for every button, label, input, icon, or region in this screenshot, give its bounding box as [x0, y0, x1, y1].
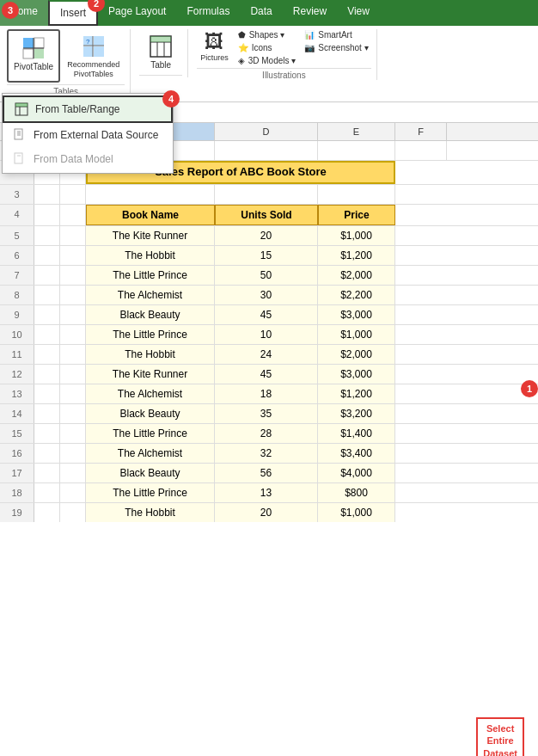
- pivot-table-button[interactable]: PivotTable: [7, 29, 60, 83]
- cell-b6[interactable]: [60, 246, 86, 265]
- cell-units-16[interactable]: 32: [215, 444, 318, 463]
- cell-price-17[interactable]: $4,000: [318, 464, 395, 482]
- cell-a3[interactable]: [34, 185, 60, 204]
- cell-price-13[interactable]: $1,200: [318, 384, 395, 403]
- from-data-model-item[interactable]: From Data Model: [3, 147, 173, 171]
- col-d-header[interactable]: D: [215, 123, 318, 140]
- table-button[interactable]: Table: [139, 29, 182, 73]
- cell-units-14[interactable]: 35: [215, 404, 318, 423]
- cell-d3[interactable]: [215, 185, 318, 204]
- 3dmodels-button[interactable]: ◈ 3D Models ▾: [235, 55, 299, 66]
- cell-b16[interactable]: [60, 444, 86, 463]
- cell-units-5[interactable]: 20: [215, 226, 318, 245]
- cell-bookname-15[interactable]: The Little Prince: [86, 424, 215, 443]
- cell-price-8[interactable]: $2,200: [318, 286, 395, 304]
- cell-units-15[interactable]: 28: [215, 424, 318, 443]
- cell-units-9[interactable]: 45: [215, 305, 318, 324]
- cell-bookname-12[interactable]: The Kite Runner: [86, 365, 215, 384]
- icons-button[interactable]: ⭐ Icons: [235, 42, 299, 53]
- cell-price-6[interactable]: $1,200: [318, 246, 395, 265]
- cell-bookname-19[interactable]: The Hobbit: [86, 503, 215, 522]
- cell-units-10[interactable]: 10: [215, 325, 318, 344]
- header-unitssold[interactable]: Units Sold: [215, 205, 318, 225]
- cell-b10[interactable]: [60, 325, 86, 344]
- cell-units-8[interactable]: 30: [215, 286, 318, 304]
- tab-view[interactable]: View: [337, 0, 380, 26]
- cell-bookname-7[interactable]: The Little Prince: [86, 266, 215, 285]
- cell-e3[interactable]: [318, 185, 395, 204]
- cell-a17[interactable]: [34, 464, 60, 482]
- cell-b17[interactable]: [60, 464, 86, 482]
- cell-price-12[interactable]: $3,000: [318, 365, 395, 384]
- cell-price-5[interactable]: $1,000: [318, 226, 395, 245]
- cell-price-11[interactable]: $2,000: [318, 345, 395, 364]
- cell-price-19[interactable]: $1,000: [318, 503, 395, 522]
- cell-price-15[interactable]: $1,400: [318, 424, 395, 443]
- pictures-button[interactable]: 🖼 Pictures: [197, 29, 232, 66]
- cell-a9[interactable]: [34, 305, 60, 324]
- cell-bookname-5[interactable]: The Kite Runner: [86, 226, 215, 245]
- cell-price-16[interactable]: $3,400: [318, 444, 395, 463]
- cell-a11[interactable]: [34, 345, 60, 364]
- cell-bookname-17[interactable]: Black Beauty: [86, 464, 215, 482]
- cell-units-7[interactable]: 50: [215, 266, 318, 285]
- cell-price-9[interactable]: $3,000: [318, 305, 395, 324]
- cell-units-12[interactable]: 45: [215, 365, 318, 384]
- from-external-item[interactable]: From External Data Source: [3, 123, 173, 147]
- cell-bookname-9[interactable]: Black Beauty: [86, 305, 215, 324]
- cell-b7[interactable]: [60, 266, 86, 285]
- cell-b12[interactable]: [60, 365, 86, 384]
- cell-a12[interactable]: [34, 365, 60, 384]
- cell-units-18[interactable]: 13: [215, 483, 318, 502]
- cell-b5[interactable]: [60, 226, 86, 245]
- cell-e1[interactable]: [318, 141, 395, 160]
- cell-bookname-8[interactable]: The Alchemist: [86, 286, 215, 304]
- cell-bookname-14[interactable]: Black Beauty: [86, 404, 215, 423]
- cell-a8[interactable]: [34, 286, 60, 304]
- cell-b9[interactable]: [60, 305, 86, 324]
- cell-b11[interactable]: [60, 345, 86, 364]
- header-price[interactable]: Price: [318, 205, 395, 225]
- cell-b8[interactable]: [60, 286, 86, 304]
- tab-formulas[interactable]: Formulas: [176, 0, 240, 26]
- cell-b14[interactable]: [60, 404, 86, 423]
- cell-price-7[interactable]: $2,000: [318, 266, 395, 285]
- cell-a13[interactable]: [34, 384, 60, 403]
- cell-a15[interactable]: [34, 424, 60, 443]
- tab-data[interactable]: Data: [240, 0, 282, 26]
- cell-a10[interactable]: [34, 325, 60, 344]
- cell-bookname-16[interactable]: The Alchemist: [86, 444, 215, 463]
- cell-f1[interactable]: [395, 141, 447, 160]
- cell-b18[interactable]: [60, 483, 86, 502]
- cell-b15[interactable]: [60, 424, 86, 443]
- screenshot-button[interactable]: 📷 Screenshot ▾: [302, 42, 370, 53]
- cell-c3[interactable]: [86, 185, 215, 204]
- tab-insert[interactable]: Insert 2: [48, 0, 98, 26]
- cell-b19[interactable]: [60, 503, 86, 522]
- cell-a6[interactable]: [34, 246, 60, 265]
- cell-bookname-13[interactable]: The Alchemist: [86, 384, 215, 403]
- cell-units-17[interactable]: 56: [215, 464, 318, 482]
- col-e-header[interactable]: E: [318, 123, 395, 140]
- shapes-button[interactable]: ⬟ Shapes ▾: [235, 29, 299, 40]
- cell-units-13[interactable]: 18: [215, 384, 318, 403]
- cell-a4[interactable]: [34, 205, 60, 225]
- cell-a5[interactable]: [34, 226, 60, 245]
- cell-a7[interactable]: [34, 266, 60, 285]
- tab-review[interactable]: Review: [283, 0, 337, 26]
- cell-bookname-11[interactable]: The Hobbit: [86, 345, 215, 364]
- cell-a16[interactable]: [34, 444, 60, 463]
- smartart-button[interactable]: 📊 SmartArt: [302, 29, 370, 40]
- cell-bookname-6[interactable]: The Hobbit: [86, 246, 215, 265]
- cell-price-10[interactable]: $1,000: [318, 325, 395, 344]
- cell-price-18[interactable]: $800: [318, 483, 395, 502]
- cell-price-14[interactable]: $3,200: [318, 404, 395, 423]
- cell-a19[interactable]: [34, 503, 60, 522]
- cell-b3[interactable]: [60, 185, 86, 204]
- from-table-range-item[interactable]: From Table/Range 4: [3, 95, 173, 123]
- cell-units-6[interactable]: 15: [215, 246, 318, 265]
- cell-bookname-18[interactable]: The Little Prince: [86, 483, 215, 502]
- col-f-header[interactable]: F: [395, 123, 447, 140]
- cell-units-11[interactable]: 24: [215, 345, 318, 364]
- cell-a14[interactable]: [34, 404, 60, 423]
